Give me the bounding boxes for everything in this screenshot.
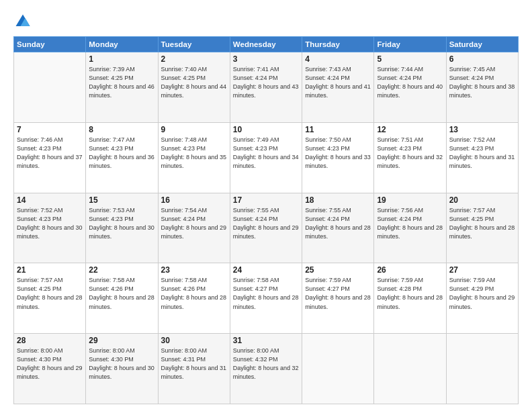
calendar-week-row: 1 Sunrise: 7:39 AMSunset: 4:25 PMDayligh… (14, 52, 519, 123)
calendar-cell: 15 Sunrise: 7:53 AMSunset: 4:23 PMDaylig… (86, 193, 158, 263)
calendar-cell: 1 Sunrise: 7:39 AMSunset: 4:25 PMDayligh… (86, 52, 158, 123)
day-info: Sunrise: 7:50 AMSunset: 4:23 PMDaylight:… (305, 136, 371, 169)
day-number: 15 (89, 195, 154, 205)
day-info: Sunrise: 7:40 AMSunset: 4:25 PMDaylight:… (161, 66, 227, 99)
calendar-cell: 16 Sunrise: 7:54 AMSunset: 4:24 PMDaylig… (158, 193, 230, 263)
day-info: Sunrise: 7:55 AMSunset: 4:24 PMDaylight:… (305, 207, 371, 240)
day-info: Sunrise: 8:00 AMSunset: 4:32 PMDaylight:… (233, 347, 299, 380)
day-info: Sunrise: 7:58 AMSunset: 4:26 PMDaylight:… (161, 277, 227, 310)
day-number: 14 (17, 195, 83, 205)
day-number: 30 (161, 336, 227, 345)
day-info: Sunrise: 7:59 AMSunset: 4:29 PMDaylight:… (449, 277, 515, 310)
page: SundayMondayTuesdayWednesdayThursdayFrid… (0, 0, 532, 411)
day-info: Sunrise: 7:39 AMSunset: 4:25 PMDaylight:… (89, 66, 154, 99)
day-number: 27 (449, 265, 515, 275)
calendar-cell: 28 Sunrise: 8:00 AMSunset: 4:30 PMDaylig… (14, 334, 86, 404)
calendar-cell: 24 Sunrise: 7:58 AMSunset: 4:27 PMDaylig… (230, 263, 302, 334)
weekday-header-tuesday: Tuesday (158, 37, 230, 52)
calendar-cell: 2 Sunrise: 7:40 AMSunset: 4:25 PMDayligh… (158, 52, 230, 123)
calendar-week-row: 28 Sunrise: 8:00 AMSunset: 4:30 PMDaylig… (14, 334, 519, 404)
day-number: 7 (17, 125, 83, 134)
calendar-cell: 3 Sunrise: 7:41 AMSunset: 4:24 PMDayligh… (230, 52, 302, 123)
day-number: 31 (233, 336, 299, 345)
weekday-header-wednesday: Wednesday (230, 37, 302, 52)
weekday-header-thursday: Thursday (302, 37, 374, 52)
day-info: Sunrise: 7:51 AMSunset: 4:23 PMDaylight:… (377, 136, 443, 169)
logo-icon (13, 12, 32, 31)
day-info: Sunrise: 7:59 AMSunset: 4:27 PMDaylight:… (305, 277, 371, 310)
day-number: 9 (161, 125, 227, 134)
day-number: 3 (233, 54, 299, 64)
day-info: Sunrise: 7:47 AMSunset: 4:23 PMDaylight:… (89, 136, 154, 169)
header (13, 12, 519, 31)
calendar-cell: 13 Sunrise: 7:52 AMSunset: 4:23 PMDaylig… (446, 122, 518, 193)
calendar-cell: 27 Sunrise: 7:59 AMSunset: 4:29 PMDaylig… (446, 263, 518, 334)
day-info: Sunrise: 7:57 AMSunset: 4:25 PMDaylight:… (17, 277, 83, 310)
day-number: 13 (449, 125, 515, 134)
day-info: Sunrise: 7:46 AMSunset: 4:23 PMDaylight:… (17, 136, 83, 169)
calendar-cell: 22 Sunrise: 7:58 AMSunset: 4:26 PMDaylig… (86, 263, 158, 334)
day-info: Sunrise: 7:52 AMSunset: 4:23 PMDaylight:… (17, 207, 83, 240)
day-number: 5 (377, 54, 443, 64)
calendar-cell (14, 52, 86, 123)
calendar-cell: 14 Sunrise: 7:52 AMSunset: 4:23 PMDaylig… (14, 193, 86, 263)
calendar-cell (446, 334, 518, 404)
day-info: Sunrise: 7:57 AMSunset: 4:25 PMDaylight:… (449, 207, 515, 240)
weekday-header-row: SundayMondayTuesdayWednesdayThursdayFrid… (14, 37, 519, 52)
day-number: 29 (89, 336, 154, 345)
calendar-cell: 30 Sunrise: 8:00 AMSunset: 4:31 PMDaylig… (158, 334, 230, 404)
day-info: Sunrise: 7:44 AMSunset: 4:24 PMDaylight:… (377, 66, 443, 99)
calendar-cell: 11 Sunrise: 7:50 AMSunset: 4:23 PMDaylig… (302, 122, 374, 193)
calendar-cell: 8 Sunrise: 7:47 AMSunset: 4:23 PMDayligh… (86, 122, 158, 193)
day-number: 11 (305, 125, 371, 134)
calendar-cell: 10 Sunrise: 7:49 AMSunset: 4:23 PMDaylig… (230, 122, 302, 193)
day-info: Sunrise: 7:59 AMSunset: 4:28 PMDaylight:… (377, 277, 443, 310)
day-number: 20 (449, 195, 515, 205)
calendar-cell: 26 Sunrise: 7:59 AMSunset: 4:28 PMDaylig… (374, 263, 446, 334)
day-info: Sunrise: 7:54 AMSunset: 4:24 PMDaylight:… (161, 207, 227, 240)
calendar-cell (302, 334, 374, 404)
day-number: 28 (17, 336, 83, 345)
day-number: 19 (377, 195, 443, 205)
day-number: 2 (161, 54, 227, 64)
calendar-cell: 18 Sunrise: 7:55 AMSunset: 4:24 PMDaylig… (302, 193, 374, 263)
day-number: 25 (305, 265, 371, 275)
calendar-week-row: 21 Sunrise: 7:57 AMSunset: 4:25 PMDaylig… (14, 263, 519, 334)
day-info: Sunrise: 7:41 AMSunset: 4:24 PMDaylight:… (233, 66, 299, 99)
calendar-cell: 25 Sunrise: 7:59 AMSunset: 4:27 PMDaylig… (302, 263, 374, 334)
day-number: 17 (233, 195, 299, 205)
day-number: 12 (377, 125, 443, 134)
calendar-cell: 29 Sunrise: 8:00 AMSunset: 4:30 PMDaylig… (86, 334, 158, 404)
day-info: Sunrise: 7:45 AMSunset: 4:24 PMDaylight:… (449, 66, 515, 99)
day-number: 18 (305, 195, 371, 205)
logo (13, 12, 35, 31)
day-number: 21 (17, 265, 83, 275)
day-info: Sunrise: 7:52 AMSunset: 4:23 PMDaylight:… (449, 136, 515, 169)
calendar-cell: 31 Sunrise: 8:00 AMSunset: 4:32 PMDaylig… (230, 334, 302, 404)
calendar-cell: 21 Sunrise: 7:57 AMSunset: 4:25 PMDaylig… (14, 263, 86, 334)
day-number: 8 (89, 125, 154, 134)
day-number: 22 (89, 265, 154, 275)
day-number: 23 (161, 265, 227, 275)
calendar-cell: 20 Sunrise: 7:57 AMSunset: 4:25 PMDaylig… (446, 193, 518, 263)
day-number: 10 (233, 125, 299, 134)
day-number: 4 (305, 54, 371, 64)
weekday-header-monday: Monday (86, 37, 158, 52)
day-number: 1 (89, 54, 154, 64)
weekday-header-saturday: Saturday (446, 37, 518, 52)
day-number: 16 (161, 195, 227, 205)
day-info: Sunrise: 7:56 AMSunset: 4:24 PMDaylight:… (377, 207, 443, 240)
calendar-cell: 6 Sunrise: 7:45 AMSunset: 4:24 PMDayligh… (446, 52, 518, 123)
day-info: Sunrise: 7:58 AMSunset: 4:26 PMDaylight:… (89, 277, 154, 310)
day-info: Sunrise: 7:48 AMSunset: 4:23 PMDaylight:… (161, 136, 227, 169)
calendar-cell: 5 Sunrise: 7:44 AMSunset: 4:24 PMDayligh… (374, 52, 446, 123)
calendar-cell: 23 Sunrise: 7:58 AMSunset: 4:26 PMDaylig… (158, 263, 230, 334)
day-info: Sunrise: 7:49 AMSunset: 4:23 PMDaylight:… (233, 136, 299, 169)
day-number: 24 (233, 265, 299, 275)
calendar-cell: 9 Sunrise: 7:48 AMSunset: 4:23 PMDayligh… (158, 122, 230, 193)
day-info: Sunrise: 7:58 AMSunset: 4:27 PMDaylight:… (233, 277, 299, 310)
calendar-cell: 7 Sunrise: 7:46 AMSunset: 4:23 PMDayligh… (14, 122, 86, 193)
day-number: 6 (449, 54, 515, 64)
day-info: Sunrise: 7:55 AMSunset: 4:24 PMDaylight:… (233, 207, 299, 240)
day-info: Sunrise: 8:00 AMSunset: 4:31 PMDaylight:… (161, 347, 227, 380)
